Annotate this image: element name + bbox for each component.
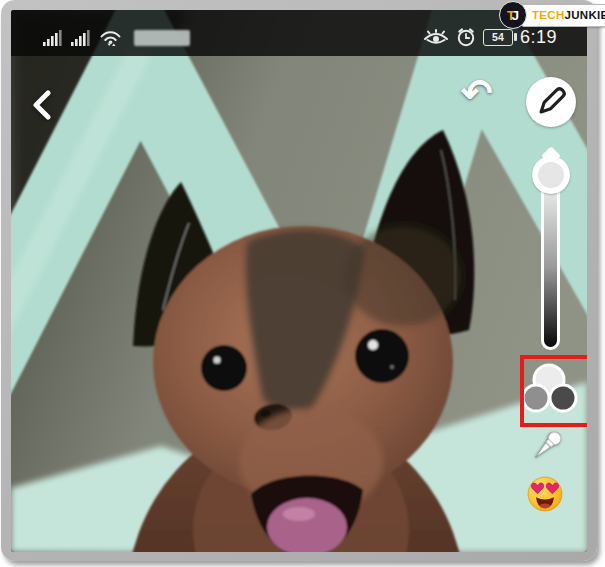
phone-screen: 54 6:19 ↶ — [11, 10, 587, 552]
wifi-icon — [99, 29, 122, 46]
back-chevron-icon — [29, 88, 55, 122]
battery-icon: 54 — [483, 29, 513, 46]
heart-eyes-emoji — [527, 476, 563, 512]
eyedropper-button[interactable] — [526, 427, 566, 471]
screenshot-stage: 54 6:19 ↶ — [0, 0, 605, 567]
eyedropper-icon — [526, 427, 566, 467]
heart-eyes-emoji-sticker[interactable] — [527, 476, 563, 516]
carrier-blur-box — [134, 30, 190, 46]
photo-dog-figurine — [11, 10, 587, 552]
annotation-highlight-box — [520, 355, 587, 427]
dog-right-eye — [355, 329, 409, 383]
battery-terminal — [514, 33, 517, 41]
brand-tech: TECH — [532, 9, 565, 21]
techjunkie-watermark: T J TECH JUNKIE — [499, 1, 605, 29]
alarm-icon — [456, 27, 476, 47]
smart-stay-eye-icon — [423, 29, 449, 45]
techjunkie-badge-icon: T J — [499, 1, 527, 29]
undo-icon: ↶ — [461, 72, 493, 114]
screenshot-frame: 54 6:19 ↶ — [1, 0, 597, 561]
slider-thumb[interactable] — [532, 156, 570, 194]
back-button[interactable] — [29, 88, 55, 126]
status-clock: 6:19 — [520, 27, 557, 48]
pen-tool-button[interactable] — [526, 77, 576, 127]
techjunkie-wordmark: TECH JUNKIE — [521, 4, 605, 27]
battery-level: 54 — [492, 31, 504, 43]
signal-bars-icon — [43, 30, 63, 46]
signal-bars-icon — [71, 30, 91, 46]
slider-thumb-inner — [538, 162, 564, 188]
pencil-icon — [526, 77, 576, 127]
status-right-icons: 54 6:19 — [423, 26, 557, 48]
badge-letter-j: J — [512, 8, 519, 23]
dog-left-eye — [201, 345, 247, 391]
status-left-icons — [43, 29, 190, 46]
brand-junkie: JUNKIE — [565, 9, 605, 21]
undo-button[interactable]: ↶ — [461, 74, 493, 112]
